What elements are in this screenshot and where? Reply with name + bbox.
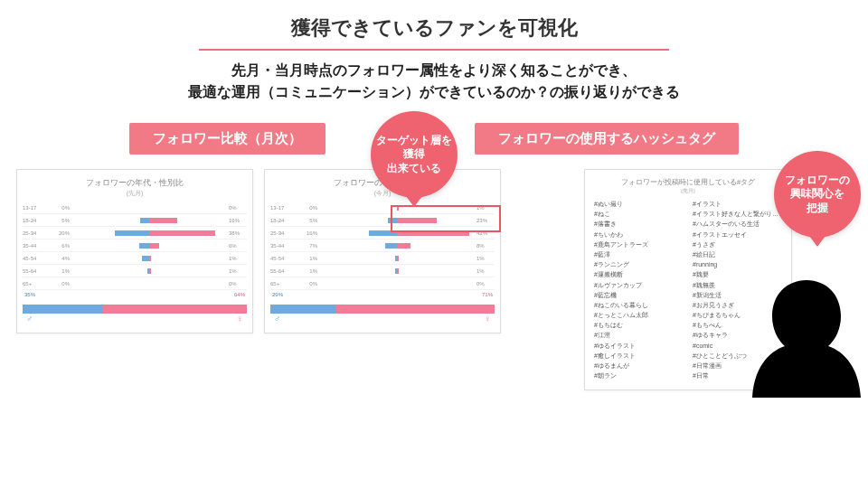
hashtag-item: #江澄	[594, 330, 684, 340]
hashtag-item: #ねこのいる暮らし	[594, 300, 684, 310]
hashtag-item: #イラスト	[693, 199, 782, 209]
tag-follower-hashtags: フォロワーの使用するハッシュタグ	[475, 123, 739, 155]
panel-period: (今月)	[270, 189, 495, 198]
hashtag-item: #とっとこハム太郎	[594, 310, 684, 320]
age-row: 45-541%1%	[270, 252, 495, 265]
subtitle-line-1: 先月・当月時点のフォロワー属性をより深く知ることができ、	[0, 60, 868, 81]
hashtag-item: #イラスト好きな人と繋がりたい	[693, 209, 782, 219]
hashtag-item: #ハムスターのいる生活	[693, 219, 782, 229]
hashtag-item: #藍澤	[594, 249, 684, 259]
age-row: 18-245%16%	[23, 214, 247, 227]
panel-title: フォロワーの年代・性別比	[23, 177, 247, 189]
person-silhouette-icon	[752, 280, 861, 398]
hashtag-panel-period: [先月]	[594, 187, 782, 195]
subtitle-line-2: 最適な運用（コミュニケーション）ができているのか？の振り返りができる	[0, 81, 868, 103]
title-underline	[199, 49, 669, 51]
age-gender-panel-cur: フォロワーの年代・性別比 (今月) 13-170%1%18-245%23%25-…	[264, 169, 501, 333]
hashtag-panel-title: フォロワーが投稿時に使用している#タグ	[594, 177, 782, 187]
hashtag-item: #運搬橫断	[594, 269, 684, 279]
age-row: 65+0%0%	[270, 277, 495, 290]
hashtag-item: #癒しイラスト	[594, 351, 684, 361]
callout-interest: フォロワーの 興味関心を 把握	[774, 151, 861, 238]
follower-compare-section: フォロワーの年代・性別比 (先月) 13-170%0%18-245%16%25-…	[16, 169, 505, 333]
hashtag-item: #うさぎ	[693, 239, 782, 249]
age-row: 55-641%1%	[270, 265, 495, 277]
page-subtitle: 先月・当月時点のフォロワー属性をより深く知ることができ、 最適な運用（コミュニケ…	[0, 60, 868, 103]
age-row: 35-447%8%	[270, 239, 495, 252]
panel-period: (先月)	[23, 189, 247, 198]
callout-text: フォロワーの 興味関心を 把握	[785, 174, 850, 216]
age-row: 35-446%6%	[23, 239, 247, 252]
age-row: 13-170%0%	[23, 202, 247, 214]
hashtag-item: #ゆるイラスト	[594, 341, 684, 351]
hashtag-item: #ランニング	[594, 259, 684, 269]
age-row: 55-641%1%	[23, 265, 247, 277]
age-row: 45-544%1%	[23, 252, 247, 265]
callout-text: ターゲット層を 獲得 出来ている	[376, 134, 452, 176]
callout-target: ターゲット層を 獲得 出来ている	[371, 111, 458, 198]
age-row: 65+0%0%	[23, 277, 247, 290]
hashtag-item: #ちいかわ	[594, 230, 684, 239]
tag-follower-compare: フォロワー比較（月次）	[129, 123, 326, 155]
hashtag-section: フォロワーが投稿時に使用している#タグ [先月] #ぬい撮り#イラスト#ねこ#イ…	[521, 169, 852, 390]
age-gender-panel-prev: フォロワーの年代・性別比 (先月) 13-170%0%18-245%16%25-…	[16, 169, 253, 333]
hashtag-item: #鹿島アントラーズ	[594, 239, 684, 249]
hashtag-item: #ねこ	[594, 209, 684, 219]
hashtag-item: #running	[693, 259, 782, 269]
hashtag-item: #絵日記	[693, 249, 782, 259]
highlight-target-ages	[391, 205, 501, 232]
hashtag-item: #ゆるまんが	[594, 361, 684, 371]
age-row: 25-3420%38%	[23, 227, 247, 239]
hashtag-item: #魏嬰	[693, 269, 782, 279]
hashtag-item: #イラストエッセイ	[693, 230, 782, 239]
hashtag-item: #落書き	[594, 219, 684, 229]
hashtag-item: #ルヴァンカップ	[594, 280, 684, 290]
hashtag-item: #もちはむ	[594, 320, 684, 330]
page-title: 獲得できているファンを可視化	[0, 0, 868, 49]
hashtag-item: #藍忘機	[594, 290, 684, 300]
hashtag-item: #ぬい撮り	[594, 199, 684, 209]
hashtag-item: #朝ラン	[594, 371, 684, 380]
